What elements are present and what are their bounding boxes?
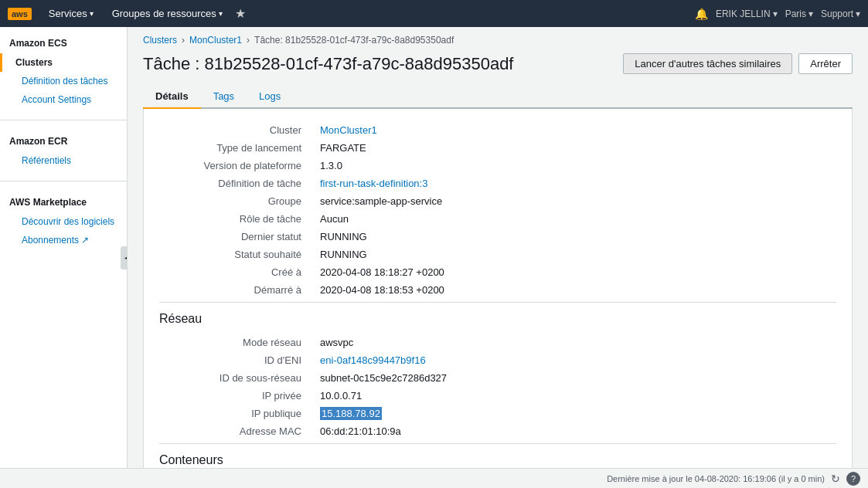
field-label-role-tache: Rôle de tâche — [159, 210, 314, 228]
sidebar-item-account-settings[interactable]: Account Settings — [0, 90, 127, 109]
table-row: Type de lancement FARGATE — [159, 139, 836, 157]
network-table: Mode réseau awsvpc ID d'ENI eni-0af148c9… — [159, 334, 836, 440]
field-label-id-eni: ID d'ENI — [159, 351, 314, 369]
top-nav: aws Services ▾ Groupes de ressources ▾ ★… — [0, 0, 868, 27]
field-value-ip-privee: 10.0.0.71 — [314, 387, 836, 405]
field-value-id-eni: eni-0af148c99447b9f16 — [314, 351, 836, 369]
tabs: Détails Tags Logs — [143, 85, 853, 109]
field-value-statut-souhaite: RUNNING — [314, 246, 836, 263]
table-row: Démarré à 2020-04-08 18:18:53 +0200 — [159, 281, 836, 299]
sidebar-item-definition-taches[interactable]: Définition des tâches — [0, 72, 127, 90]
field-label-mode-reseau: Mode réseau — [159, 334, 314, 351]
table-row: Adresse MAC 06:dd:21:01:10:9a — [159, 422, 836, 440]
field-label-cree-a: Créé à — [159, 263, 314, 281]
help-icon[interactable]: ? — [846, 472, 860, 486]
cluster-link[interactable]: MonCluster1 — [320, 124, 377, 136]
field-value-cluster: MonCluster1 — [314, 121, 836, 139]
field-label-groupe: Groupe — [159, 192, 314, 210]
field-label-demarre-a: Démarré à — [159, 281, 314, 299]
field-label-ip-publique: IP publique — [159, 405, 314, 422]
field-value-adresse-mac: 06:dd:21:01:10:9a — [314, 422, 836, 440]
table-row: Définition de tâche first-run-task-defin… — [159, 175, 836, 192]
aws-logo: aws — [8, 8, 32, 20]
status-text: Dernière mise à jour le 04-08-2020: 16:1… — [607, 474, 825, 483]
field-label-id-sous-reseau: ID de sous-réseau — [159, 369, 314, 387]
table-row: Mode réseau awsvpc — [159, 334, 836, 351]
field-label-dernier-statut: Dernier statut — [159, 228, 314, 246]
tab-tags[interactable]: Tags — [201, 85, 247, 109]
action-buttons: Lancer d'autres tâches similaires Arrête… — [623, 53, 853, 74]
field-label-type-lancement: Type de lancement — [159, 139, 314, 157]
table-row: Cluster MonCluster1 — [159, 121, 836, 139]
eni-link[interactable]: eni-0af148c99447b9f16 — [320, 354, 426, 366]
services-button[interactable]: Services ▾ — [43, 5, 100, 22]
field-value-version-plateforme: 1.3.0 — [314, 157, 836, 175]
groupes-button[interactable]: Groupes de ressources ▾ — [106, 5, 229, 22]
bell-icon[interactable]: 🔔 — [695, 8, 708, 20]
field-value-groupe: service:sample-app-service — [314, 192, 836, 210]
sidebar-item-clusters[interactable]: Clusters — [0, 53, 127, 72]
sidebar-item-referentiels[interactable]: Référentiels — [0, 151, 127, 170]
refresh-icon[interactable]: ↻ — [831, 473, 840, 485]
details-card: Cluster MonCluster1 Type de lancement FA… — [143, 109, 853, 488]
field-value-id-sous-reseau: subnet-0c15c9e2c7286d327 — [314, 369, 836, 387]
user-chevron: ▾ — [773, 8, 778, 19]
sidebar-item-decouvrir[interactable]: Découvrir des logiciels — [0, 212, 127, 231]
services-chevron: ▾ — [90, 9, 94, 18]
table-row: Version de plateforme 1.3.0 — [159, 157, 836, 175]
region-menu[interactable]: Paris ▾ — [785, 8, 813, 19]
groupes-chevron: ▾ — [219, 9, 223, 18]
sidebar-collapse-button[interactable]: ◀ — [121, 246, 128, 269]
details-table: Cluster MonCluster1 Type de lancement FA… — [159, 121, 836, 299]
network-heading: Réseau — [159, 302, 836, 334]
tab-logs[interactable]: Logs — [247, 85, 293, 109]
launch-button[interactable]: Lancer d'autres tâches similaires — [623, 53, 792, 74]
field-label-adresse-mac: Adresse MAC — [159, 422, 314, 440]
bookmark-icon[interactable]: ★ — [235, 6, 246, 21]
field-label-version-plateforme: Version de plateforme — [159, 157, 314, 175]
breadcrumb-clusters[interactable]: Clusters — [143, 35, 177, 46]
breadcrumb-sep-2: › — [247, 35, 250, 46]
support-menu[interactable]: Support ▾ — [821, 8, 860, 19]
tab-details[interactable]: Détails — [143, 85, 201, 109]
field-label-statut-souhaite: Statut souhaité — [159, 246, 314, 263]
field-value-definition-tache: first-run-task-definition:3 — [314, 175, 836, 192]
field-value-dernier-statut: RUNNING — [314, 228, 836, 246]
sidebar-item-amazon-ecr[interactable]: Amazon ECR — [0, 131, 127, 151]
user-menu[interactable]: ERIK JELLIN ▾ — [716, 8, 778, 19]
table-row: Statut souhaité RUNNING — [159, 246, 836, 263]
table-row: Dernier statut RUNNING — [159, 228, 836, 246]
table-row: ID de sous-réseau subnet-0c15c9e2c7286d3… — [159, 369, 836, 387]
table-row: IP publique 15.188.78.92 — [159, 405, 836, 422]
sidebar-item-abonnements[interactable]: Abonnements ↗ — [0, 231, 127, 249]
field-value-type-lancement: FARGATE — [314, 139, 836, 157]
table-row: ID d'ENI eni-0af148c99447b9f16 — [159, 351, 836, 369]
field-value-ip-publique: 15.188.78.92 — [314, 405, 836, 422]
stop-button[interactable]: Arrêter — [798, 53, 853, 74]
main-content: Clusters › MonCluster1 › Tâche: 81b25528… — [128, 27, 868, 488]
breadcrumb-moncluster1[interactable]: MonCluster1 — [189, 35, 242, 46]
field-value-role-tache: Aucun — [314, 210, 836, 228]
sidebar-item-aws-marketplace[interactable]: AWS Marketplace — [0, 192, 127, 212]
table-row: IP privée 10.0.0.71 — [159, 387, 836, 405]
field-value-mode-reseau: awsvpc — [314, 334, 836, 351]
field-label-cluster: Cluster — [159, 121, 314, 139]
field-label-definition-tache: Définition de tâche — [159, 175, 314, 192]
field-value-demarre-a: 2020-04-08 18:18:53 +0200 — [314, 281, 836, 299]
breadcrumb-current: Tâche: 81b25528-01cf-473f-a79c-8a8d95350… — [254, 35, 454, 46]
ip-publique-highlighted[interactable]: 15.188.78.92 — [320, 407, 382, 420]
breadcrumb-sep-1: › — [182, 35, 185, 46]
sidebar: ◀ Amazon ECS Clusters Définition des tâc… — [0, 27, 128, 488]
table-row: Créé à 2020-04-08 18:18:27 +0200 — [159, 263, 836, 281]
definition-tache-link[interactable]: first-run-task-definition:3 — [320, 178, 427, 189]
page-title: Tâche : 81b25528-01cf-473f-a79c-8a8d9535… — [143, 54, 513, 74]
status-bar: Dernière mise à jour le 04-08-2020: 16:1… — [0, 468, 868, 488]
table-row: Groupe service:sample-app-service — [159, 192, 836, 210]
region-chevron: ▾ — [808, 8, 813, 19]
sidebar-item-amazon-ecs[interactable]: Amazon ECS — [0, 33, 127, 53]
field-value-cree-a: 2020-04-08 18:18:27 +0200 — [314, 263, 836, 281]
breadcrumb: Clusters › MonCluster1 › Tâche: 81b25528… — [143, 35, 853, 46]
table-row: Rôle de tâche Aucun — [159, 210, 836, 228]
support-chevron: ▾ — [856, 8, 860, 19]
field-label-ip-privee: IP privée — [159, 387, 314, 405]
